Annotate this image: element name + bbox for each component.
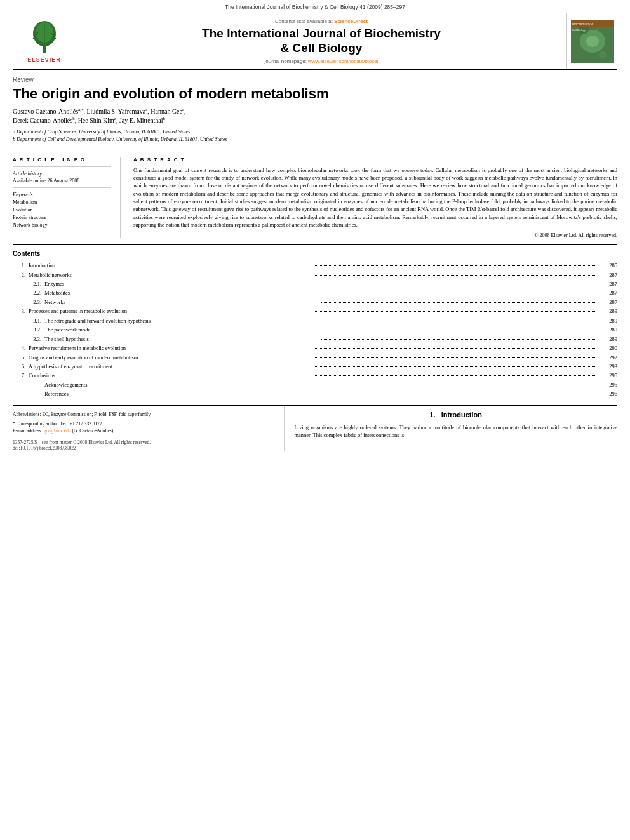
- contents-page: 295: [598, 380, 617, 389]
- contents-label: Introduction: [29, 261, 312, 270]
- available-online: Available online 26 August 2008: [13, 178, 111, 183]
- contents-sub-num: 2.1.: [22, 279, 44, 288]
- svg-text:Cell Biology: Cell Biology: [572, 29, 586, 32]
- contents-page: 289: [598, 335, 617, 343]
- keyword-4: Network biology: [13, 222, 111, 229]
- copyright: © 2008 Elsevier Ltd. All rights reserved…: [133, 232, 617, 238]
- homepage-link[interactable]: www.elsevier.com/locate/biocel: [308, 58, 378, 64]
- sciencedirect-link[interactable]: ScienceDirect: [334, 18, 368, 24]
- contents-page: 287: [598, 288, 617, 297]
- cover-image-icon: Biochemistry & Cell Biology: [571, 20, 614, 63]
- journal-citation: The International Journal of Biochemistr…: [225, 4, 405, 10]
- contents-label: Metabolic networks: [29, 270, 312, 279]
- contents-sub-num: 3.3.: [22, 335, 44, 343]
- contents-dots: [321, 321, 596, 321]
- keyword-1: Metabolism: [13, 199, 111, 206]
- svg-point-10: [599, 51, 607, 58]
- contents-row-1: 1. Introduction 285: [13, 261, 617, 270]
- keywords-label: Keywords:: [13, 192, 111, 197]
- footnotes-column: Abbreviations: EC, Enzyme Commission; F,…: [13, 406, 285, 451]
- contents-page: 293: [598, 362, 617, 371]
- contents-page: 289: [598, 307, 617, 316]
- contents-sub-row-3-3: 3.3. The shell hypothesis 289: [13, 335, 617, 343]
- contents-dots: [314, 375, 597, 376]
- contents-page: 287: [598, 279, 617, 288]
- contents-num: 3.: [13, 307, 29, 316]
- article-content: Review The origin and evolution of moder…: [13, 70, 617, 458]
- elsevier-logo: ELSEVIER: [13, 13, 76, 69]
- elsevier-tree-icon: [25, 20, 64, 55]
- contents-label: Acknowledgements: [44, 380, 319, 389]
- contents-table: 1. Introduction 285 2. Metabolic network…: [13, 261, 617, 399]
- contents-page: 287: [598, 298, 617, 307]
- contents-num: 4.: [13, 343, 29, 352]
- contents-dots: [314, 311, 597, 312]
- contents-label: Conclusions: [29, 371, 312, 380]
- contents-acknowledgements: Acknowledgements 295: [13, 380, 617, 389]
- journal-homepage: journal homepage: www.elsevier.com/locat…: [265, 58, 379, 64]
- contents-label: Origins and early evolution of modern me…: [29, 353, 312, 362]
- journal-center-header: Contents lists available at ScienceDirec…: [76, 13, 566, 69]
- contents-page: 292: [598, 353, 617, 362]
- contents-row-6: 6. A hypothesis of enzymatic recruitment…: [13, 362, 617, 371]
- contents-page: 290: [598, 343, 617, 352]
- introduction-column: 1. Introduction Living organisms are hig…: [285, 406, 617, 451]
- contents-sub-num: 3.1.: [22, 316, 44, 325]
- contents-label: Pervasive recruitment in metabolic evolu…: [29, 343, 312, 352]
- contents-sub-row-3-1: 3.1. The retrograde and forward-evolutio…: [13, 316, 617, 325]
- contents-row-4: 4. Pervasive recruitment in metabolic ev…: [13, 343, 617, 352]
- contents-section: Contents 1. Introduction 285 2. Metaboli…: [13, 244, 617, 399]
- email-link[interactable]: gca@uiuc.edu: [44, 428, 71, 434]
- cover-thumbnail: Biochemistry & Cell Biology Biochemistry…: [571, 20, 614, 63]
- contents-page: 295: [598, 371, 617, 380]
- abstract-text: One fundamental goal of current research…: [133, 166, 617, 229]
- abstract-title: A B S T R A C T: [133, 157, 617, 163]
- elsevier-brand-text: ELSEVIER: [27, 57, 61, 63]
- article-title: The origin and evolution of modern metab…: [13, 86, 617, 102]
- contents-page: 289: [598, 316, 617, 325]
- contents-dots: [321, 385, 596, 385]
- contents-dots: [321, 284, 596, 284]
- contents-page: 289: [598, 325, 617, 334]
- contents-label: Metabolites: [44, 288, 319, 297]
- contents-sub-row-2-1: 2.1. Enzymes 287: [13, 279, 617, 288]
- keyword-2: Evolution: [13, 206, 111, 214]
- contents-row-3: 3. Processes and patterns in metabolic e…: [13, 307, 617, 316]
- contents-dots: [321, 293, 596, 293]
- contents-label: The patchwork model: [44, 325, 319, 334]
- article-type: Review: [13, 76, 617, 83]
- affiliation-a: a Department of Crop Sciences, Universit…: [13, 128, 617, 136]
- contents-dots: [321, 339, 596, 340]
- intro-text: Living organisms are highly ordered syst…: [294, 423, 617, 439]
- contents-dots: [314, 348, 597, 349]
- contents-row-5: 5. Origins and early evolution of modern…: [13, 353, 617, 362]
- contents-label: Networks: [44, 298, 319, 307]
- intro-heading: 1. Introduction: [294, 411, 617, 418]
- contents-references: References 296: [13, 389, 617, 398]
- keyword-3: Protein structure: [13, 214, 111, 222]
- journal-title: The International Journal of Biochemistr…: [202, 27, 441, 56]
- contents-num: 1.: [13, 261, 29, 270]
- corresponding-footnote: * Corresponding author. Tel.: +1 217 333…: [13, 420, 274, 435]
- page: The International Journal of Biochemistr…: [0, 0, 630, 840]
- contents-row-7: 7. Conclusions 295: [13, 371, 617, 380]
- contents-num: 5.: [13, 353, 29, 362]
- affiliation-b: b Department of Cell and Developmental B…: [13, 136, 617, 143]
- contents-label: The shell hypothesis: [44, 335, 319, 343]
- affiliations: a Department of Crop Sciences, Universit…: [13, 128, 617, 143]
- issn-line: 1357-2725/$ – see front matter © 2008 El…: [13, 439, 274, 445]
- contents-dots: [321, 330, 596, 330]
- contents-page: 285: [598, 261, 617, 270]
- contents-sub-row-3-2: 3.2. The patchwork model 289: [13, 325, 617, 334]
- contents-sub-row-2-3: 2.3. Networks 287: [13, 298, 617, 307]
- article-info-title: A R T I C L E I N F O: [13, 157, 111, 163]
- contents-num: 2.: [13, 270, 29, 279]
- journal-header: ELSEVIER Contents lists available at Sci…: [13, 13, 617, 70]
- sciencedirect-line: Contents lists available at ScienceDirec…: [275, 18, 368, 24]
- contents-sub-num: 3.2.: [22, 325, 44, 334]
- doi-line: doi:10.1016/j.biocel.2008.08.022: [13, 445, 274, 451]
- contents-title: Contents: [13, 250, 617, 257]
- journal-meta: The International Journal of Biochemistr…: [0, 0, 630, 13]
- contents-sub-num: 2.3.: [22, 298, 44, 307]
- article-info-column: A R T I C L E I N F O Article history: A…: [13, 157, 121, 239]
